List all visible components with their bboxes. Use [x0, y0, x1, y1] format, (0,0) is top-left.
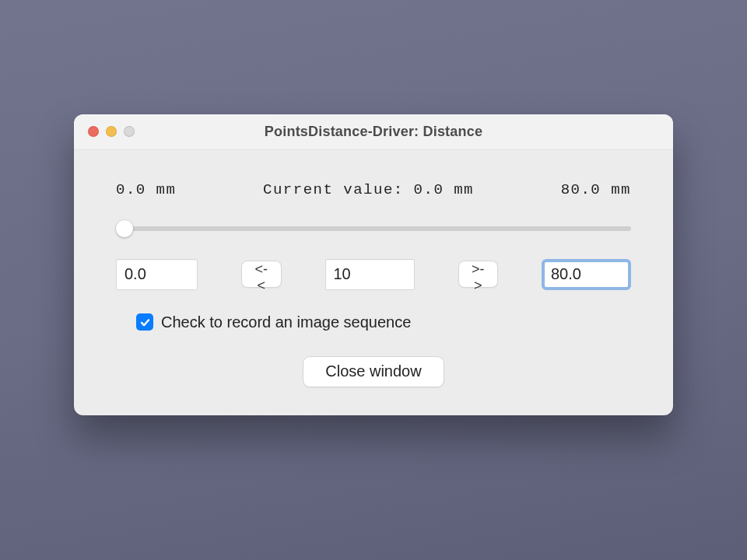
dialog-body: 0.0 mm Current value: 0.0 mm 80.0 mm <-<…	[74, 150, 673, 415]
close-window-button-main[interactable]: Close window	[303, 356, 444, 387]
titlebar: PointsDistance-Driver: Distance	[74, 114, 673, 150]
slider-container	[111, 220, 636, 259]
minimize-window-button[interactable]	[106, 126, 117, 137]
controls-row: <-< >->	[111, 259, 636, 313]
value-labels-row: 0.0 mm Current value: 0.0 mm 80.0 mm	[111, 181, 636, 198]
record-sequence-label: Check to record an image sequence	[161, 313, 411, 331]
checkbox-checked-icon	[136, 313, 153, 331]
step-forward-button[interactable]: >->	[458, 261, 499, 288]
traffic-lights	[88, 126, 135, 137]
zoom-window-button	[124, 126, 135, 137]
record-sequence-checkbox[interactable]	[136, 313, 153, 331]
value-slider[interactable]	[116, 226, 631, 231]
dialog-window: PointsDistance-Driver: Distance 0.0 mm C…	[74, 114, 673, 415]
min-value-input[interactable]	[116, 259, 198, 290]
close-window-button[interactable]	[88, 126, 99, 137]
current-value-label: Current value: 0.0 mm	[263, 181, 474, 198]
step-value-input[interactable]	[325, 259, 415, 290]
min-value-label: 0.0 mm	[116, 181, 176, 198]
footer-row: Close window	[111, 356, 636, 394]
record-sequence-row: Check to record an image sequence	[111, 313, 636, 356]
window-title: PointsDistance-Driver: Distance	[88, 124, 659, 140]
max-value-input[interactable]	[542, 259, 631, 290]
step-back-button[interactable]: <-<	[241, 261, 282, 288]
max-value-label: 80.0 mm	[561, 181, 631, 198]
